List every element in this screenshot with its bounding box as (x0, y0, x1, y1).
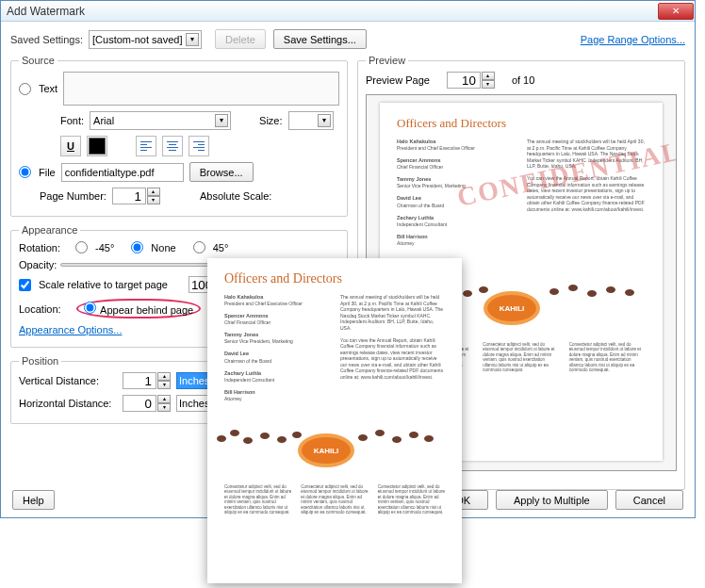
position-legend: Position (19, 355, 61, 367)
preview-page-stepper[interactable]: ▴▾ (447, 72, 495, 89)
down-icon[interactable]: ▾ (147, 196, 160, 204)
absolute-scale-label: Absolute Scale: (200, 190, 271, 202)
page-number-label: Page Number: (40, 190, 107, 202)
chevron-down-icon: ▾ (186, 33, 199, 46)
page-number-value[interactable] (112, 188, 146, 204)
browse-button[interactable]: Browse... (189, 162, 254, 182)
up-icon[interactable]: ▴ (157, 395, 171, 403)
location-behind-radio[interactable] (84, 302, 96, 314)
kahili-logo-icon: KAHILI (298, 433, 354, 467)
kahili-logo-icon: KAHILI (484, 291, 540, 325)
preview-legend: Preview (366, 55, 408, 66)
chevron-down-icon: ▾ (318, 114, 331, 127)
rotation-none-radio[interactable] (131, 241, 143, 253)
saved-settings-value: [Custom-not saved] (92, 34, 182, 45)
source-legend: Source (19, 55, 57, 66)
page-range-options-link[interactable]: Page Range Options... (581, 34, 685, 45)
underline-icon[interactable]: U (60, 136, 81, 156)
size-label: Size: (259, 115, 282, 126)
location-label: Location: (19, 303, 61, 315)
rotation-none-label: None (151, 242, 175, 253)
saved-settings-label: Saved Settings: (10, 34, 83, 45)
apply-to-multiple-button[interactable]: Apply to Multiple (496, 490, 608, 510)
rotation-label: Rotation: (19, 242, 60, 253)
doc-col-right: The annual meeting of stockholders will … (340, 294, 445, 401)
vertical-distance-label: Vertical Distance: (19, 375, 117, 386)
doc-body-text: Consectetur adipisci velit, sed do eiusm… (224, 484, 445, 514)
vertical-distance-stepper[interactable]: ▴▾ (123, 372, 171, 389)
rotation-45-radio[interactable] (193, 241, 205, 253)
up-icon[interactable]: ▴ (147, 188, 160, 196)
up-icon[interactable]: ▴ (482, 72, 495, 80)
align-right-icon[interactable] (189, 136, 209, 156)
doc-heading: Officers and Directors (397, 116, 646, 131)
font-label: Font: (60, 115, 84, 126)
save-settings-button[interactable]: Save Settings... (273, 29, 367, 49)
file-input[interactable] (61, 163, 184, 182)
location-behind-highlight: Appear behind page (76, 299, 202, 318)
doc-heading: Officers and Directors (224, 271, 445, 286)
chevron-down-icon: ▾ (215, 114, 228, 127)
text-color-icon[interactable] (87, 136, 107, 156)
up-icon[interactable]: ▴ (157, 372, 171, 381)
preview-of-label: of 10 (512, 74, 534, 86)
text-radio-label: Text (39, 83, 57, 94)
font-size-select[interactable]: ▾ (288, 111, 334, 130)
align-left-icon[interactable] (136, 136, 156, 156)
preview-page-value[interactable] (447, 72, 481, 89)
font-value: Arial (93, 115, 114, 126)
down-icon[interactable]: ▾ (482, 80, 495, 89)
file-radio-label: File (39, 167, 56, 178)
down-icon[interactable]: ▾ (157, 381, 171, 389)
horizontal-unit-value: Inches (179, 398, 209, 409)
horizontal-distance-value[interactable] (123, 395, 156, 412)
horizontal-distance-stepper[interactable]: ▴▾ (123, 395, 171, 412)
saved-settings-select[interactable]: [Custom-not saved] ▾ (89, 30, 202, 49)
rotation-neg45-radio[interactable] (75, 241, 88, 253)
close-icon[interactable]: ✕ (658, 3, 694, 20)
preview-page-label: Preview Page (366, 74, 430, 86)
appearance-legend: Appearance (19, 224, 80, 236)
scale-relative-label: Scale relative to target page (39, 279, 168, 290)
text-input[interactable] (63, 72, 339, 106)
file-radio[interactable] (19, 166, 31, 178)
cancel-button[interactable]: Cancel (615, 490, 683, 510)
floating-document-preview: Officers and Directors Halo KahakuloaPre… (207, 258, 462, 583)
source-group: Source Text Font: Arial ▾ Size: (10, 55, 348, 217)
titlebar: Add Watermark ✕ (1, 1, 695, 22)
delete-button: Delete (215, 29, 266, 49)
doc-col-left: Halo KahakuloaPresident and Chief Execut… (224, 294, 329, 401)
window-title: Add Watermark (7, 5, 658, 18)
help-button[interactable]: Help (12, 490, 55, 510)
text-radio[interactable] (19, 83, 31, 95)
opacity-label: Opacity: (19, 259, 55, 270)
down-icon[interactable]: ▾ (157, 403, 171, 412)
location-behind-label: Appear behind page (100, 304, 193, 316)
font-select[interactable]: Arial ▾ (90, 111, 231, 130)
rotation-neg45-label: -45° (95, 242, 114, 253)
rotation-45-label: 45° (213, 242, 229, 253)
horizontal-distance-label: Horizontal Distance: (19, 398, 117, 409)
scale-relative-checkbox[interactable] (19, 279, 31, 291)
appearance-options-link[interactable]: Appearance Options... (19, 324, 122, 335)
page-number-stepper[interactable]: ▴▾ (112, 188, 160, 204)
vertical-distance-value[interactable] (123, 372, 156, 389)
vertical-unit-value: Inches (179, 375, 209, 386)
align-center-icon[interactable] (162, 136, 183, 156)
